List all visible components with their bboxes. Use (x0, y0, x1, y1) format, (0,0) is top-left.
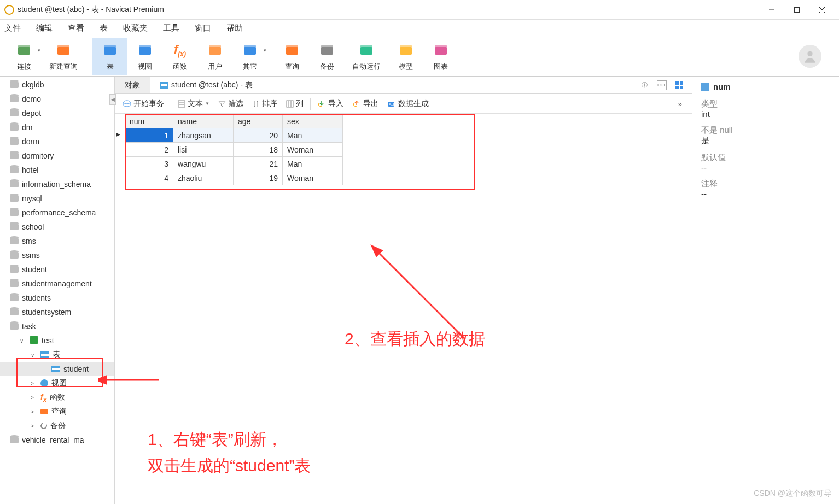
table-row[interactable]: 4zhaoliu19Woman (125, 171, 343, 185)
toolbar-备份[interactable]: 备份 (310, 38, 345, 75)
tree-school[interactable]: school (0, 220, 114, 234)
toolbar-自动运行[interactable]: 自动运行 (345, 38, 388, 75)
tree-dm[interactable]: dm (0, 120, 114, 134)
svg-rect-5 (18, 45, 30, 48)
tab-label: student @test (abc) - 表 (171, 80, 253, 90)
tree-ckgldb[interactable]: ckgldb (0, 78, 114, 92)
sidebar-collapse-handle[interactable]: ◀ (109, 94, 116, 105)
tree-demo[interactable]: demo (0, 92, 114, 106)
toolbar-图表[interactable]: 图表 (423, 38, 458, 75)
columns-button[interactable]: 列 (283, 99, 307, 109)
sort-button[interactable]: 排序 (249, 99, 281, 109)
svg-rect-22 (400, 47, 412, 55)
col-header-sex[interactable]: sex (283, 114, 343, 128)
col-header-name[interactable]: name (173, 114, 234, 128)
text-button[interactable]: 文本▼ (174, 99, 213, 109)
svg-rect-28 (680, 81, 683, 85)
toolbar-连接[interactable]: 连接▾ (7, 38, 42, 75)
svg-rect-20 (360, 47, 372, 55)
tree-student[interactable]: student (0, 362, 114, 376)
generate-data-button[interactable]: ABC 数据生成 (384, 99, 432, 109)
prop-default-value: -- (701, 163, 830, 172)
tree-performance_schema[interactable]: performance_schema (0, 206, 114, 220)
svg-rect-12 (209, 47, 221, 55)
filter-button[interactable]: 筛选 (215, 99, 247, 109)
export-button[interactable]: 导出 (349, 99, 382, 109)
tree-information_schema[interactable]: information_schema (0, 177, 114, 191)
close-button[interactable] (809, 1, 835, 19)
toolbar-视图[interactable]: 视图 (127, 38, 162, 75)
toolbar-模型[interactable]: 模型 (388, 38, 423, 75)
tree-task[interactable]: task (0, 319, 114, 333)
ddl-icon[interactable]: DDL (657, 80, 667, 90)
tree-test[interactable]: ∨test (0, 333, 114, 348)
tree-studentsystem[interactable]: studentsystem (0, 305, 114, 319)
maximize-button[interactable] (784, 1, 809, 19)
prop-type-value: int (701, 109, 830, 119)
begin-transaction-button[interactable]: 开始事务 (119, 99, 167, 109)
tree-dormitory[interactable]: dormitory (0, 149, 114, 163)
svg-rect-32 (178, 101, 185, 107)
annotation-2: 2、查看插入的数据 (345, 328, 485, 350)
import-button[interactable]: 导入 (314, 99, 347, 109)
prop-default-label: 默认值 (701, 153, 830, 163)
tab-bar: 对象 student @test (abc) - 表 ⓘ DDL (115, 77, 692, 94)
tree-dorm[interactable]: dorm (0, 134, 114, 149)
tree-ssms[interactable]: ssms (0, 248, 114, 262)
table-row[interactable]: 1zhangsan20Man (125, 128, 343, 143)
watermark: CSDN @这个函数可导 (754, 489, 831, 499)
tree-hotel[interactable]: hotel (0, 163, 114, 177)
svg-rect-23 (400, 45, 412, 48)
col-header-age[interactable]: age (234, 114, 283, 128)
tree-表[interactable]: ∨表 (0, 348, 114, 362)
toolbar-函数[interactable]: f(x)函数 (162, 38, 197, 75)
data-grid[interactable]: ▶ numnameagesex1zhangsan20Man2lisi18Woma… (115, 114, 692, 185)
svg-rect-4 (18, 47, 30, 55)
grid-view-icon[interactable] (674, 80, 684, 90)
menu-工具[interactable]: 工具 (163, 23, 179, 33)
tab-student[interactable]: student @test (abc) - 表 (150, 77, 263, 93)
table-row[interactable]: 2lisi18Woman (125, 143, 343, 157)
title-bar: student @test (abc) - 表 - Navicat Premiu… (0, 0, 839, 20)
svg-text:ABC: ABC (389, 102, 396, 106)
svg-rect-21 (360, 45, 372, 48)
tree-备份[interactable]: >备份 (0, 419, 114, 433)
tree-students[interactable]: students (0, 291, 114, 305)
table-row[interactable]: 3wangwu21Man (125, 157, 343, 171)
tab-objects[interactable]: 对象 (115, 77, 150, 93)
svg-rect-6 (57, 47, 69, 55)
toolbar-表[interactable]: 表 (92, 38, 127, 75)
toolbar-其它[interactable]: 其它▾ (232, 38, 267, 75)
svg-rect-9 (104, 45, 116, 48)
svg-rect-10 (139, 47, 151, 55)
tree-函数[interactable]: >fx函数 (0, 390, 114, 405)
tree-vehicle_rental_ma[interactable]: vehicle_rental_ma (0, 433, 114, 447)
menu-窗口[interactable]: 窗口 (195, 23, 211, 33)
tree-视图[interactable]: >视图 (0, 376, 114, 390)
menu-编辑[interactable]: 编辑 (36, 23, 53, 33)
minimize-button[interactable] (759, 1, 784, 19)
tree-studentmanagement[interactable]: studentmanagement (0, 277, 114, 291)
info-icon[interactable]: ⓘ (639, 80, 649, 90)
current-row-marker: ▶ (116, 131, 120, 137)
tree-depot[interactable]: depot (0, 106, 114, 120)
menu-帮助[interactable]: 帮助 (226, 23, 243, 33)
menu-表[interactable]: 表 (100, 23, 108, 33)
tree-mysql[interactable]: mysql (0, 191, 114, 206)
svg-rect-13 (209, 45, 221, 48)
tree-student[interactable]: student (0, 262, 114, 277)
user-avatar[interactable] (799, 45, 821, 68)
col-header-num[interactable]: num (125, 114, 173, 128)
toolbar-新建查询[interactable]: 新建查询 (42, 38, 85, 75)
menu-文件[interactable]: 文件 (4, 23, 21, 33)
toolbar-用户[interactable]: 用户 (197, 38, 232, 75)
more-button[interactable]: » (672, 99, 687, 108)
prop-type-label: 类型 (701, 99, 830, 109)
sidebar-tree[interactable]: ckgldbdemodepotdmdormdormitoryhotelinfor… (0, 77, 115, 504)
tree-sms[interactable]: sms (0, 234, 114, 248)
menu-查看[interactable]: 查看 (68, 23, 84, 33)
toolbar-查询[interactable]: 查询 (275, 38, 310, 75)
menu-收藏夹[interactable]: 收藏夹 (123, 23, 148, 33)
svg-rect-19 (321, 45, 333, 48)
tree-查询[interactable]: >查询 (0, 405, 114, 419)
